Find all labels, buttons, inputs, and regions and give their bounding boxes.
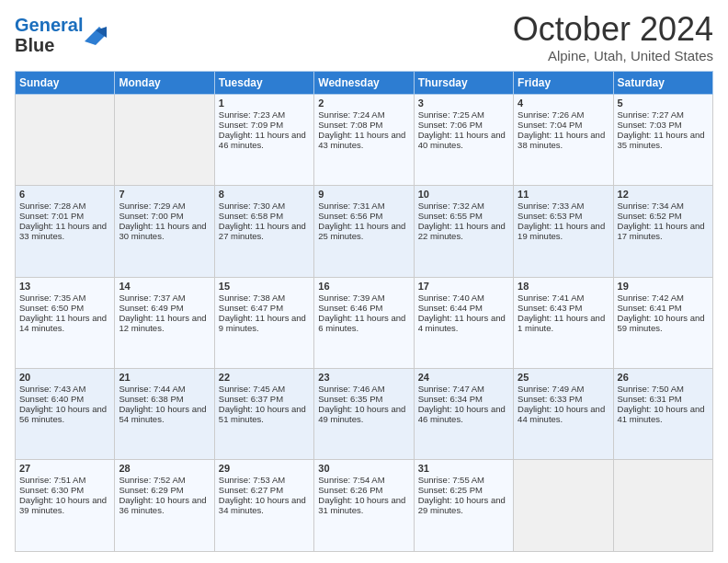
calendar-cell: 2Sunrise: 7:24 AMSunset: 7:08 PMDaylight… bbox=[314, 94, 414, 185]
day-number: 25 bbox=[518, 372, 609, 383]
daylight-text: Daylight: 10 hours and 29 minutes. bbox=[418, 495, 509, 515]
sunrise-text: Sunrise: 7:40 AM bbox=[418, 293, 509, 303]
col-monday: Monday bbox=[115, 71, 214, 94]
sunrise-text: Sunrise: 7:45 AM bbox=[219, 384, 310, 394]
daylight-text: Daylight: 10 hours and 51 minutes. bbox=[219, 404, 310, 424]
sunset-text: Sunset: 7:00 PM bbox=[119, 211, 210, 221]
daylight-text: Daylight: 11 hours and 12 minutes. bbox=[119, 313, 210, 333]
daylight-text: Daylight: 10 hours and 56 minutes. bbox=[19, 404, 110, 424]
day-number: 30 bbox=[318, 463, 409, 474]
table-row: 6Sunrise: 7:28 AMSunset: 7:01 PMDaylight… bbox=[16, 186, 713, 277]
sunrise-text: Sunrise: 7:33 AM bbox=[518, 201, 609, 211]
sunrise-text: Sunrise: 7:47 AM bbox=[418, 384, 509, 394]
day-number: 11 bbox=[518, 189, 609, 200]
sunrise-text: Sunrise: 7:28 AM bbox=[19, 201, 110, 211]
calendar-cell bbox=[613, 460, 712, 552]
daylight-text: Daylight: 11 hours and 27 minutes. bbox=[219, 221, 310, 241]
calendar-cell: 20Sunrise: 7:43 AMSunset: 6:40 PMDayligh… bbox=[16, 369, 115, 460]
day-number: 12 bbox=[618, 189, 709, 200]
calendar-cell: 31Sunrise: 7:55 AMSunset: 6:25 PMDayligh… bbox=[414, 460, 513, 552]
daylight-text: Daylight: 10 hours and 54 minutes. bbox=[119, 404, 210, 424]
daylight-text: Daylight: 11 hours and 1 minute. bbox=[518, 313, 609, 333]
daylight-text: Daylight: 11 hours and 4 minutes. bbox=[418, 313, 509, 333]
calendar-cell: 16Sunrise: 7:39 AMSunset: 6:46 PMDayligh… bbox=[314, 277, 414, 368]
page: GeneralBlue October 2024 Alpine, Utah, U… bbox=[0, 0, 728, 563]
daylight-text: Daylight: 10 hours and 49 minutes. bbox=[318, 404, 409, 424]
sunrise-text: Sunrise: 7:44 AM bbox=[119, 384, 210, 394]
calendar-cell: 24Sunrise: 7:47 AMSunset: 6:34 PMDayligh… bbox=[414, 369, 513, 460]
day-number: 26 bbox=[618, 372, 709, 383]
daylight-text: Daylight: 11 hours and 19 minutes. bbox=[518, 221, 609, 241]
calendar-cell: 26Sunrise: 7:50 AMSunset: 6:31 PMDayligh… bbox=[613, 369, 712, 460]
daylight-text: Daylight: 11 hours and 6 minutes. bbox=[318, 313, 409, 333]
calendar-cell bbox=[514, 460, 613, 552]
sunset-text: Sunset: 6:53 PM bbox=[518, 211, 609, 221]
sunrise-text: Sunrise: 7:50 AM bbox=[618, 384, 709, 394]
day-number: 10 bbox=[418, 189, 509, 200]
daylight-text: Daylight: 11 hours and 43 minutes. bbox=[318, 130, 409, 150]
day-number: 14 bbox=[119, 281, 210, 292]
sunrise-text: Sunrise: 7:38 AM bbox=[219, 293, 310, 303]
day-number: 13 bbox=[19, 281, 110, 292]
header: GeneralBlue October 2024 Alpine, Utah, U… bbox=[15, 11, 713, 63]
sunrise-text: Sunrise: 7:52 AM bbox=[119, 475, 210, 485]
daylight-text: Daylight: 10 hours and 31 minutes. bbox=[318, 495, 409, 515]
calendar-cell: 7Sunrise: 7:29 AMSunset: 7:00 PMDaylight… bbox=[115, 186, 214, 277]
daylight-text: Daylight: 11 hours and 38 minutes. bbox=[518, 130, 609, 150]
sunset-text: Sunset: 6:38 PM bbox=[119, 394, 210, 404]
sunset-text: Sunset: 7:04 PM bbox=[518, 120, 609, 130]
sunrise-text: Sunrise: 7:29 AM bbox=[119, 201, 210, 211]
calendar-cell: 13Sunrise: 7:35 AMSunset: 6:50 PMDayligh… bbox=[16, 277, 115, 368]
daylight-text: Daylight: 11 hours and 33 minutes. bbox=[19, 221, 110, 241]
calendar-cell: 19Sunrise: 7:42 AMSunset: 6:41 PMDayligh… bbox=[613, 277, 712, 368]
calendar-cell: 5Sunrise: 7:27 AMSunset: 7:03 PMDaylight… bbox=[613, 94, 712, 185]
sunset-text: Sunset: 6:44 PM bbox=[418, 303, 509, 313]
daylight-text: Daylight: 11 hours and 22 minutes. bbox=[418, 221, 509, 241]
day-number: 15 bbox=[219, 281, 310, 292]
daylight-text: Daylight: 11 hours and 35 minutes. bbox=[618, 130, 709, 150]
sunset-text: Sunset: 6:31 PM bbox=[618, 394, 709, 404]
sunrise-text: Sunrise: 7:53 AM bbox=[219, 475, 310, 485]
sunset-text: Sunset: 7:03 PM bbox=[618, 120, 709, 130]
daylight-text: Daylight: 10 hours and 44 minutes. bbox=[518, 404, 609, 424]
calendar-cell bbox=[115, 94, 214, 185]
sunrise-text: Sunrise: 7:54 AM bbox=[318, 475, 409, 485]
sunset-text: Sunset: 6:47 PM bbox=[219, 303, 310, 313]
sunset-text: Sunset: 6:27 PM bbox=[219, 485, 310, 495]
day-number: 3 bbox=[418, 98, 509, 109]
daylight-text: Daylight: 11 hours and 46 minutes. bbox=[219, 130, 310, 150]
calendar-cell: 12Sunrise: 7:34 AMSunset: 6:52 PMDayligh… bbox=[613, 186, 712, 277]
calendar-cell: 23Sunrise: 7:46 AMSunset: 6:35 PMDayligh… bbox=[314, 369, 414, 460]
sunrise-text: Sunrise: 7:35 AM bbox=[19, 293, 110, 303]
daylight-text: Daylight: 10 hours and 34 minutes. bbox=[219, 495, 310, 515]
day-number: 27 bbox=[19, 463, 110, 474]
day-number: 2 bbox=[318, 98, 409, 109]
day-number: 22 bbox=[219, 372, 310, 383]
sunrise-text: Sunrise: 7:55 AM bbox=[418, 475, 509, 485]
calendar-cell: 3Sunrise: 7:25 AMSunset: 7:06 PMDaylight… bbox=[414, 94, 513, 185]
daylight-text: Daylight: 11 hours and 9 minutes. bbox=[219, 313, 310, 333]
calendar-cell: 30Sunrise: 7:54 AMSunset: 6:26 PMDayligh… bbox=[314, 460, 414, 552]
sunset-text: Sunset: 6:37 PM bbox=[219, 394, 310, 404]
day-number: 29 bbox=[219, 463, 310, 474]
calendar-cell: 14Sunrise: 7:37 AMSunset: 6:49 PMDayligh… bbox=[115, 277, 214, 368]
sunset-text: Sunset: 6:35 PM bbox=[318, 394, 409, 404]
day-number: 20 bbox=[19, 372, 110, 383]
sunrise-text: Sunrise: 7:43 AM bbox=[19, 384, 110, 394]
sunrise-text: Sunrise: 7:42 AM bbox=[618, 293, 709, 303]
day-number: 24 bbox=[418, 372, 509, 383]
calendar-cell: 4Sunrise: 7:26 AMSunset: 7:04 PMDaylight… bbox=[514, 94, 613, 185]
daylight-text: Daylight: 10 hours and 46 minutes. bbox=[418, 404, 509, 424]
day-number: 7 bbox=[119, 189, 210, 200]
calendar-cell: 15Sunrise: 7:38 AMSunset: 6:47 PMDayligh… bbox=[214, 277, 313, 368]
sunset-text: Sunset: 6:43 PM bbox=[518, 303, 609, 313]
table-row: 1Sunrise: 7:23 AMSunset: 7:09 PMDaylight… bbox=[16, 94, 713, 185]
col-friday: Friday bbox=[514, 71, 613, 94]
day-number: 9 bbox=[318, 189, 409, 200]
daylight-text: Daylight: 10 hours and 39 minutes. bbox=[19, 495, 110, 515]
calendar-cell: 29Sunrise: 7:53 AMSunset: 6:27 PMDayligh… bbox=[214, 460, 313, 552]
calendar-cell: 1Sunrise: 7:23 AMSunset: 7:09 PMDaylight… bbox=[214, 94, 313, 185]
calendar-cell: 6Sunrise: 7:28 AMSunset: 7:01 PMDaylight… bbox=[16, 186, 115, 277]
calendar-cell: 25Sunrise: 7:49 AMSunset: 6:33 PMDayligh… bbox=[514, 369, 613, 460]
day-number: 5 bbox=[618, 98, 709, 109]
